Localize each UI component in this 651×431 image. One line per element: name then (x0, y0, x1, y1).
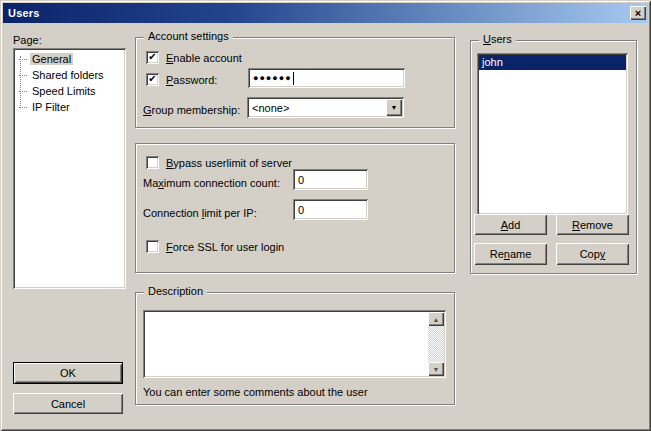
scroll-up-button[interactable]: ▲ (428, 312, 444, 326)
enable-account-checkbox[interactable]: ✔ (146, 51, 159, 64)
close-button[interactable]: × (630, 6, 646, 20)
tree-item-general[interactable]: General (15, 51, 124, 67)
enable-account-label[interactable]: Enable account (166, 52, 242, 64)
arrow-down-icon: ▼ (433, 366, 440, 373)
connection-limit-per-ip-value: 0 (298, 204, 304, 216)
tree-item-label: IP Filter (30, 101, 72, 113)
title-bar[interactable]: Users × (3, 3, 648, 23)
password-label[interactable]: Password: (166, 74, 217, 86)
scroll-down-button[interactable]: ▼ (428, 362, 444, 376)
tree-item-speed-limits[interactable]: Speed Limits (15, 83, 124, 99)
tree-twig (19, 75, 27, 76)
tree-twig (19, 107, 27, 108)
tree-item-label: General (30, 53, 73, 65)
user-list-item[interactable]: john (479, 55, 626, 70)
tree-twig (19, 59, 27, 60)
chevron-down-icon: ▼ (391, 104, 398, 111)
tree-twig (19, 91, 27, 92)
tree-item-label: Speed Limits (30, 85, 98, 97)
page-label: Page: (13, 34, 42, 46)
rename-button-label: Rename (490, 248, 532, 260)
force-ssl-checkbox[interactable] (146, 240, 159, 253)
description-scrollbar[interactable]: ▲ ▼ (428, 312, 444, 376)
tree-item-shared-folders[interactable]: Shared folders (15, 67, 124, 83)
password-value: ●●●●●● (253, 72, 292, 85)
password-input[interactable]: ●●●●●● (248, 68, 405, 88)
combobox-dropdown-button[interactable]: ▼ (386, 99, 402, 116)
rename-button[interactable]: Rename (474, 243, 547, 265)
connection-limit-per-ip-label: Connection limit per IP: (143, 207, 257, 219)
copy-button-label: Copy (580, 248, 606, 260)
bypass-userlimit-label[interactable]: Bypass userlimit of server (166, 157, 292, 169)
max-connection-count-value: 0 (298, 174, 304, 186)
max-connection-count-input[interactable]: 0 (293, 169, 368, 190)
tree-item-label: Shared folders (30, 69, 106, 81)
bypass-userlimit-checkbox[interactable] (146, 156, 159, 169)
force-ssl-label[interactable]: Force SSL for user login (166, 241, 284, 253)
cancel-button[interactable]: Cancel (13, 393, 123, 414)
cancel-button-label: Cancel (51, 398, 85, 410)
group-membership-label: Group membership: (143, 104, 240, 116)
arrow-up-icon: ▲ (433, 316, 440, 323)
users-group-title: Users (479, 33, 516, 45)
check-icon: ✔ (148, 51, 156, 62)
remove-button[interactable]: Remove (556, 214, 629, 235)
add-button-label: Add (501, 219, 521, 231)
text-caret (293, 72, 294, 85)
window-title: Users (3, 7, 40, 19)
ok-button[interactable]: OK (14, 363, 122, 383)
description-hint: You can enter some comments about the us… (143, 386, 368, 398)
users-listbox[interactable]: john (477, 53, 628, 215)
password-checkbox[interactable]: ✔ (146, 73, 159, 86)
remove-button-label: Remove (572, 219, 613, 231)
max-connection-count-label: Maximum connection count: (143, 177, 280, 189)
connection-limit-per-ip-input[interactable]: 0 (293, 199, 368, 220)
close-icon: × (635, 8, 641, 18)
description-group-title: Description (144, 285, 207, 297)
ok-button-default-ring: OK (13, 362, 123, 384)
page-tree[interactable]: General Shared folders Speed Limits IP F… (13, 48, 126, 289)
combobox-value: <none> (252, 102, 289, 114)
copy-button[interactable]: Copy (556, 243, 629, 265)
account-settings-group-title: Account settings (144, 30, 233, 42)
description-textarea[interactable]: ▲ ▼ (143, 310, 446, 378)
users-dialog: Users × Page: General Shared folders Spe… (0, 0, 651, 431)
tree-item-ip-filter[interactable]: IP Filter (15, 99, 124, 115)
check-icon: ✔ (148, 73, 156, 84)
add-button[interactable]: Add (474, 214, 547, 235)
ok-button-label: OK (60, 367, 76, 379)
group-membership-combobox[interactable]: <none> ▼ (247, 97, 404, 118)
